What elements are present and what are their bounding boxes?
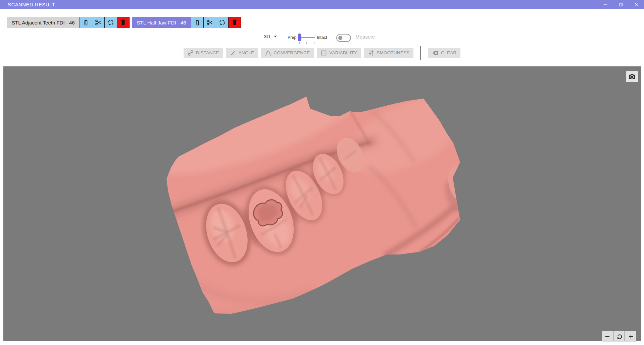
slider-label-prep: Prep xyxy=(288,35,296,40)
window-title: SCANNED RESULT xyxy=(0,2,55,7)
variability-icon xyxy=(321,50,327,56)
clear-backspace-icon xyxy=(432,50,439,56)
titlebar: SCANNED RESULT xyxy=(0,0,644,9)
viewport-zoom-controls xyxy=(602,331,636,342)
selection-marquee-icon xyxy=(219,19,226,26)
smoothness-icon xyxy=(368,50,374,56)
ruler-icon xyxy=(194,19,201,26)
chip-half-jaw-label[interactable]: STL Half Jaw FDI - 46 xyxy=(132,17,191,28)
restore-button[interactable] xyxy=(613,0,629,9)
delete-icon xyxy=(231,19,238,26)
dental-scan-mesh xyxy=(3,66,641,341)
measure-toggle[interactable] xyxy=(336,34,351,42)
slider-tick xyxy=(306,42,307,44)
zoom-in-button[interactable] xyxy=(625,331,636,342)
smoothness-button[interactable]: SMOOTHNESS xyxy=(364,48,413,58)
close-icon xyxy=(634,2,638,6)
zoom-in-icon xyxy=(628,334,634,340)
cut-button[interactable] xyxy=(92,17,104,28)
ruler-icon xyxy=(83,19,89,26)
chip-adjacent-teeth: STL Adjacent Teeth FDI - 46 xyxy=(7,17,130,28)
minimize-button[interactable] xyxy=(598,0,613,9)
scissors-icon xyxy=(95,19,102,26)
select-region-button[interactable] xyxy=(216,17,228,28)
view-mode-value: 3D xyxy=(264,34,270,39)
scan-file-chips: STL Adjacent Teeth FDI - 46 xyxy=(7,17,241,28)
reset-view-button[interactable] xyxy=(613,331,625,342)
cut-button[interactable] xyxy=(204,17,216,28)
slider-tick xyxy=(314,42,314,44)
camera-icon xyxy=(628,73,636,80)
minimize-icon xyxy=(603,2,607,6)
prep-intact-slider[interactable] xyxy=(298,33,315,44)
distance-button[interactable]: DISTANCE xyxy=(184,48,223,58)
delete-scan-button[interactable] xyxy=(229,17,241,28)
select-region-button[interactable] xyxy=(105,17,117,28)
zoom-out-icon xyxy=(604,334,610,340)
angle-button[interactable]: ANGLE xyxy=(226,48,258,58)
chip-half-jaw: STL Half Jaw FDI - 46 xyxy=(132,17,241,28)
clear-button[interactable]: CLEAR xyxy=(428,48,460,58)
distance-icon xyxy=(188,50,194,56)
measure-ruler-button[interactable] xyxy=(191,17,203,28)
delete-scan-button[interactable] xyxy=(117,17,129,28)
convergence-icon xyxy=(265,50,271,56)
zoom-out-button[interactable] xyxy=(602,331,613,342)
chip-adjacent-teeth-label[interactable]: STL Adjacent Teeth FDI - 46 xyxy=(7,17,80,28)
delete-icon xyxy=(120,19,127,26)
slider-thumb[interactable] xyxy=(298,34,301,41)
selection-marquee-icon xyxy=(107,19,114,26)
slider-label-intact: Intact xyxy=(317,35,327,40)
toolbar-divider xyxy=(420,46,421,60)
variability-button[interactable]: VARIABILITY xyxy=(317,48,361,58)
measure-ruler-button[interactable] xyxy=(80,17,92,28)
angle-icon xyxy=(230,50,236,56)
viewport-3d[interactable] xyxy=(3,66,641,341)
scissors-icon xyxy=(206,19,213,26)
view-mode-dropdown[interactable]: 3D xyxy=(264,34,277,39)
slider-tick xyxy=(299,42,300,44)
restore-icon xyxy=(619,2,623,7)
convergence-button[interactable]: CONVERGENCE xyxy=(261,48,314,58)
screenshot-button[interactable] xyxy=(626,71,638,82)
measure-label: Measure xyxy=(355,34,375,40)
chevron-down-icon xyxy=(274,36,277,38)
close-button[interactable] xyxy=(629,0,644,9)
toggle-knob xyxy=(338,36,342,40)
analysis-toolbar: DISTANCE ANGLE CONVERGENCE VARIABILITY S… xyxy=(0,48,644,60)
window-controls xyxy=(598,0,644,9)
reset-view-icon xyxy=(616,333,623,340)
